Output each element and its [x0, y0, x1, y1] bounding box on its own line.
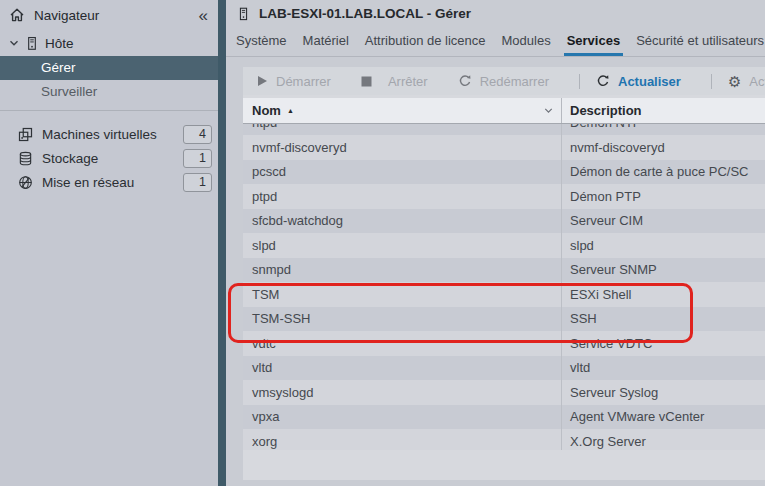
service-description-cell: vltd: [562, 356, 765, 381]
navigator-sidebar: Navigateur « Hôte Gérer Surveiller Machi…: [0, 0, 218, 486]
refresh-icon: [596, 74, 610, 88]
service-description-cell: Démon de carte à puce PC/SC: [562, 160, 765, 185]
home-icon: [9, 7, 25, 23]
sidebar-resize-divider[interactable]: [218, 0, 226, 486]
table-row[interactable]: vdtc Service VDTC: [243, 331, 765, 356]
table-row[interactable]: pcscd Démon de carte à puce PC/SC: [243, 160, 765, 185]
navigator-header: Navigateur «: [0, 0, 218, 30]
tab-bar: Système Matériel Attribution de licence …: [226, 27, 765, 57]
tab-hardware[interactable]: Matériel: [295, 27, 357, 56]
service-description-cell: Agent VMware vCenter: [562, 405, 765, 430]
play-icon: [256, 75, 268, 87]
tab-security-users[interactable]: Sécurité et utilisateurs: [628, 27, 765, 56]
service-description-cell: Démon NTP: [562, 124, 765, 135]
actions-button[interactable]: ⚙ Actions: [728, 74, 765, 89]
service-name-cell: vltd: [243, 356, 562, 381]
sidebar-item-monitor[interactable]: Surveiller: [0, 80, 218, 104]
service-description-cell: nvmf-discoveryd: [562, 135, 765, 160]
service-name-cell: pcscd: [243, 160, 562, 185]
sidebar-inventory-list: Machines virtuelles 4 Stockage 1 Mise en…: [0, 111, 218, 194]
service-description-cell: Serveur SNMP: [562, 258, 765, 283]
services-toolbar: Démarrer Arrêter Redémarrer: [243, 67, 765, 95]
services-panel: Démarrer Arrêter Redémarrer: [243, 67, 765, 480]
service-name-cell: snmpd: [243, 258, 562, 283]
service-description-cell: slpd: [562, 233, 765, 258]
start-button[interactable]: Démarrer: [256, 74, 331, 89]
service-description-cell: SSH: [562, 307, 765, 332]
table-row[interactable]: slpd slpd: [243, 233, 765, 258]
stop-button[interactable]: Arrêter: [361, 74, 428, 89]
table-row[interactable]: xorg X.Org Server: [243, 429, 765, 450]
table-row[interactable]: vmsyslogd Serveur Syslog: [243, 380, 765, 405]
restart-icon: [458, 74, 472, 88]
service-name-cell: TSM: [243, 282, 562, 307]
storage-count-badge: 1: [183, 149, 212, 168]
refresh-button[interactable]: Actualiser: [596, 74, 681, 89]
table-row[interactable]: snmpd Serveur SNMP: [243, 258, 765, 283]
service-description-cell: ESXi Shell: [562, 282, 765, 307]
service-name-cell: xorg: [243, 429, 562, 450]
collapse-sidebar-icon[interactable]: «: [199, 7, 206, 24]
service-name-cell: ntpd: [243, 124, 562, 135]
page-title: LAB-ESXI-01.LAB.LOCAL - Gérer: [259, 6, 471, 21]
sidebar-item-host-label: Hôte: [45, 36, 74, 51]
table-row[interactable]: nvmf-discoveryd nvmf-discoveryd: [243, 135, 765, 160]
tab-services[interactable]: Services: [559, 27, 629, 56]
vm-icon: [18, 127, 33, 142]
service-description-cell: Serveur CIM: [562, 209, 765, 234]
table-row[interactable]: TSM ESXi Shell: [243, 282, 765, 307]
sort-ascending-icon: ▲: [287, 107, 294, 114]
service-description-cell: Démon PTP: [562, 184, 765, 209]
restart-button[interactable]: Redémarrer: [458, 74, 549, 89]
main-content: LAB-ESXI-01.LAB.LOCAL - Gérer Système Ma…: [226, 0, 765, 486]
table-row[interactable]: sfcbd-watchdog Serveur CIM: [243, 209, 765, 234]
page-header: LAB-ESXI-01.LAB.LOCAL - Gérer: [226, 0, 765, 27]
sidebar-item-networking[interactable]: Mise en réseau 1: [0, 170, 218, 194]
sidebar-item-label: Stockage: [42, 151, 98, 166]
host-icon: [237, 6, 250, 22]
column-header-description[interactable]: Description: [562, 98, 765, 123]
network-icon: [18, 175, 33, 190]
sidebar-item-host[interactable]: Hôte: [0, 30, 218, 56]
tab-system[interactable]: Système: [228, 27, 295, 56]
esxi-host-client-window: Navigateur « Hôte Gérer Surveiller Machi…: [0, 0, 765, 486]
sidebar-item-label: Mise en réseau: [42, 175, 134, 190]
sidebar-item-virtual-machines[interactable]: Machines virtuelles 4: [0, 122, 218, 146]
toolbar-separator: [579, 74, 580, 89]
table-body: ntpd Démon NTP nvmf-discoveryd nvmf-disc…: [243, 124, 765, 450]
chevron-down-icon[interactable]: [8, 37, 20, 49]
network-count-badge: 1: [183, 173, 212, 192]
storage-icon: [18, 151, 33, 166]
service-description-cell: Serveur Syslog: [562, 380, 765, 405]
stop-icon: [361, 76, 372, 87]
service-description-cell: X.Org Server: [562, 429, 765, 450]
table-header: Nom ▲ Description: [243, 98, 765, 124]
service-name-cell: nvmf-discoveryd: [243, 135, 562, 160]
table-row[interactable]: ptpd Démon PTP: [243, 184, 765, 209]
column-header-name[interactable]: Nom ▲: [243, 98, 562, 123]
column-menu-chevron-icon[interactable]: [543, 105, 554, 116]
service-name-cell: ptpd: [243, 184, 562, 209]
tab-packages[interactable]: Modules: [494, 27, 559, 56]
vm-count-badge: 4: [183, 125, 212, 144]
service-name-cell: vdtc: [243, 331, 562, 356]
table-row[interactable]: vpxa Agent VMware vCenter: [243, 405, 765, 430]
service-name-cell: slpd: [243, 233, 562, 258]
sidebar-item-manage[interactable]: Gérer: [0, 56, 218, 80]
service-name-cell: sfcbd-watchdog: [243, 209, 562, 234]
table-row[interactable]: vltd vltd: [243, 356, 765, 381]
navigator-title: Navigateur: [34, 8, 199, 23]
sidebar-item-label: Machines virtuelles: [42, 127, 157, 142]
table-row[interactable]: ntpd Démon NTP: [243, 124, 765, 135]
host-icon: [25, 36, 39, 51]
sidebar-item-storage[interactable]: Stockage 1: [0, 146, 218, 170]
table-row[interactable]: TSM-SSH SSH: [243, 307, 765, 332]
service-description-cell: Service VDTC: [562, 331, 765, 356]
service-name-cell: vpxa: [243, 405, 562, 430]
gear-icon: ⚙: [728, 74, 741, 89]
toolbar-separator: [711, 74, 712, 89]
tab-licensing[interactable]: Attribution de licence: [357, 27, 494, 56]
service-name-cell: vmsyslogd: [243, 380, 562, 405]
service-name-cell: TSM-SSH: [243, 307, 562, 332]
